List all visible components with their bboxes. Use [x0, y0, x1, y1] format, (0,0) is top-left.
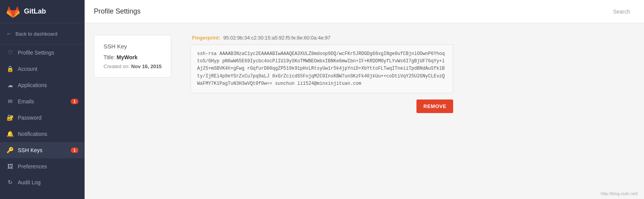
sidebar-item-account[interactable]: 🔒 Account	[0, 61, 85, 77]
sidebar-label-applications: Applications	[18, 82, 78, 88]
sidebar-label-emails: Emails	[18, 98, 71, 105]
ssh-keys-badge: 1	[71, 148, 78, 153]
back-arrow-icon: ←	[6, 30, 12, 37]
bell-icon: 🔔	[6, 130, 14, 137]
key-text: ssh-rsa AAAAB3NzaC1yc2EAAAABIwAAAQEA3XUL…	[197, 51, 445, 86]
ssh-key-section-title: SSH Key	[104, 43, 161, 50]
sidebar-label-audit-log: Audit Log	[18, 179, 78, 185]
sidebar-label-password: Password	[18, 115, 78, 121]
fingerprint-key-box: ssh-rsa AAAAB3NzaC1yc2EAAAABIwAAAQEA3XUL…	[190, 45, 453, 93]
page-title: Profile Settings	[94, 7, 141, 15]
remove-button[interactable]: REMOVE	[416, 100, 453, 113]
sidebar-item-audit-log[interactable]: ↻ Audit Log	[0, 174, 85, 190]
main-header: Profile Settings Search	[85, 0, 644, 23]
back-label: Back to dashboard	[15, 31, 57, 37]
gitlab-logo-icon	[6, 5, 20, 19]
ssh-key-title-label: Title:	[104, 54, 115, 60]
ssh-key-row: SSH Key Title: MyWork Created on: Nov 16…	[94, 35, 635, 113]
ssh-key-date: Created on: Nov 16, 2015	[104, 63, 161, 69]
search-button[interactable]: Search	[608, 6, 635, 17]
envelope-icon: ✉	[6, 98, 14, 105]
sidebar-label-notifications: Notifications	[18, 131, 78, 137]
sidebar-item-emails[interactable]: ✉ Emails 1	[0, 93, 85, 110]
ssh-key-title-value: MyWork	[117, 54, 138, 60]
fingerprint-value: 95:02:9b:34:c2:30:15:a5:92:f5:fe:8e:60:0…	[223, 35, 331, 41]
ssh-key-date-value: Nov 16, 2015	[131, 63, 162, 69]
sidebar-item-applications[interactable]: ☁ Applications	[0, 77, 85, 93]
cloud-icon: ☁	[6, 82, 14, 89]
fingerprint-label-text: Fingerprint:	[192, 35, 220, 41]
main-content: Profile Settings Search SSH Key Title: M…	[85, 0, 644, 199]
sidebar-label-profile-settings: Profile Settings	[18, 50, 78, 56]
sidebar-item-notifications[interactable]: 🔔 Notifications	[0, 126, 85, 142]
fingerprint-header: Fingerprint: 95:02:9b:34:c2:30:15:a5:92:…	[190, 35, 453, 41]
app-name: GitLab	[24, 7, 46, 15]
user-icon: ♡	[6, 49, 14, 56]
fingerprint-section: Fingerprint: 95:02:9b:34:c2:30:15:a5:92:…	[190, 35, 453, 113]
password-lock-icon: 🔐	[6, 114, 14, 121]
sidebar-item-ssh-keys[interactable]: 🔑 SSH Keys 1	[0, 142, 85, 158]
image-icon: 🖼	[6, 163, 14, 170]
ssh-key-date-label: Created on:	[104, 63, 130, 69]
sidebar: GitLab ← Back to dashboard ♡ Profile Set…	[0, 0, 85, 199]
emails-badge: 1	[71, 99, 78, 104]
sidebar-item-profile-settings[interactable]: ♡ Profile Settings	[0, 45, 85, 61]
fingerprint-actions: REMOVE	[190, 100, 453, 113]
watermark: http://blog.csdn.net/	[601, 191, 638, 196]
back-to-dashboard-link[interactable]: ← Back to dashboard	[0, 23, 85, 45]
sidebar-label-ssh-keys: SSH Keys	[18, 147, 71, 153]
sidebar-item-password[interactable]: 🔐 Password	[0, 110, 85, 126]
ssh-key-title: Title: MyWork	[104, 54, 161, 60]
key-icon: 🔑	[6, 147, 14, 154]
sidebar-nav: ♡ Profile Settings 🔒 Account ☁ Applicati…	[0, 45, 85, 199]
ssh-key-card: SSH Key Title: MyWork Created on: Nov 16…	[94, 35, 171, 77]
lock-icon: 🔒	[6, 65, 14, 72]
refresh-icon: ↻	[6, 179, 14, 186]
main-body: SSH Key Title: MyWork Created on: Nov 16…	[85, 23, 644, 199]
sidebar-item-preferences[interactable]: 🖼 Preferences	[0, 158, 85, 174]
sidebar-label-account: Account	[18, 66, 78, 72]
sidebar-label-preferences: Preferences	[18, 163, 78, 170]
sidebar-logo: GitLab	[0, 0, 85, 23]
